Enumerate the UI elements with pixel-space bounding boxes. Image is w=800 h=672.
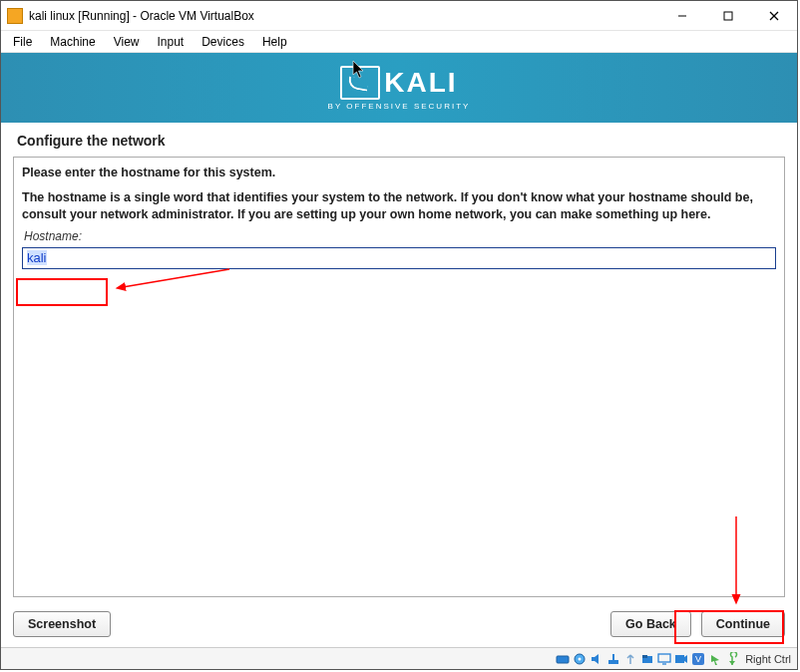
menu-file[interactable]: File (5, 33, 40, 50)
svg-text:V: V (695, 654, 701, 664)
installer-description: The hostname is a single word that ident… (22, 189, 776, 223)
installer-prompt: Please enter the hostname for this syste… (22, 166, 776, 179)
svg-point-6 (579, 657, 582, 660)
kali-logo: KALI (340, 66, 457, 100)
menu-machine[interactable]: Machine (42, 33, 103, 50)
svg-rect-1 (724, 12, 732, 20)
kali-wordmark: KALI (384, 67, 457, 99)
svg-rect-11 (642, 655, 647, 658)
svg-rect-8 (608, 660, 618, 664)
menu-devices[interactable]: Devices (194, 33, 252, 50)
svg-marker-15 (684, 655, 687, 663)
display-icon[interactable] (656, 651, 672, 667)
menu-input[interactable]: Input (150, 33, 193, 50)
continue-button[interactable]: Continue (701, 611, 785, 637)
svg-marker-7 (592, 654, 599, 664)
app-icon (7, 8, 23, 24)
usb-icon[interactable] (622, 651, 638, 667)
installer-stage-title: Configure the network (1, 123, 797, 149)
window-controls (659, 1, 797, 31)
close-button[interactable] (751, 1, 797, 31)
svg-rect-4 (557, 656, 569, 663)
kali-tagline: BY OFFENSIVE SECURITY (328, 102, 471, 111)
titlebar: kali linux [Running] - Oracle VM Virtual… (1, 1, 797, 31)
kali-banner: KALI BY OFFENSIVE SECURITY (1, 53, 797, 123)
virtualbox-window: kali linux [Running] - Oracle VM Virtual… (0, 0, 798, 670)
installer-panel: Please enter the hostname for this syste… (13, 157, 785, 597)
svg-rect-12 (658, 654, 670, 662)
hostname-input[interactable] (22, 247, 776, 269)
hard-disk-icon[interactable] (555, 651, 571, 667)
vbox-icon[interactable]: V (690, 651, 706, 667)
audio-icon[interactable] (589, 651, 604, 667)
statusbar: V Right Ctrl (1, 647, 797, 669)
mouse-integration-icon[interactable] (707, 651, 723, 667)
host-key-label: Right Ctrl (745, 653, 793, 665)
recording-icon[interactable] (673, 651, 689, 667)
svg-marker-18 (729, 661, 735, 665)
go-back-button[interactable]: Go Back (610, 611, 691, 637)
svg-rect-14 (675, 655, 684, 663)
shared-folder-icon[interactable] (639, 651, 655, 667)
menubar: File Machine View Input Devices Help (1, 31, 797, 53)
menu-view[interactable]: View (106, 33, 148, 50)
hostname-label: Hostname: (24, 229, 776, 243)
keyboard-capture-icon[interactable] (724, 651, 740, 667)
vm-display: KALI BY OFFENSIVE SECURITY Configure the… (1, 53, 797, 647)
menu-help[interactable]: Help (254, 33, 295, 50)
titlebar-text: kali linux [Running] - Oracle VM Virtual… (29, 9, 659, 23)
screenshot-button[interactable]: Screenshot (13, 611, 111, 637)
maximize-button[interactable] (705, 1, 751, 31)
optical-drive-icon[interactable] (572, 651, 588, 667)
installer-button-row: Screenshot Go Back Continue (1, 605, 797, 647)
kali-dragon-icon (340, 66, 380, 100)
network-icon[interactable] (605, 651, 621, 667)
minimize-button[interactable] (659, 1, 705, 31)
